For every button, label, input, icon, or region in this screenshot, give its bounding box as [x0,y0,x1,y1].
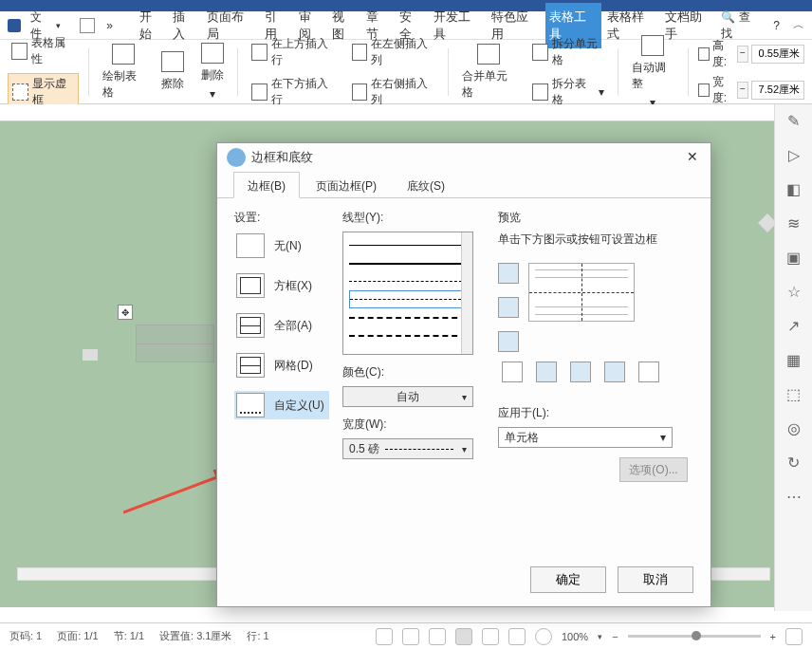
settings-label: 设置: [234,210,329,226]
delete[interactable]: 删除▾ [197,41,228,102]
select-icon[interactable]: ▷ [784,146,803,165]
eraser[interactable]: 擦除 [157,49,188,94]
tab-insert[interactable]: 插入 [169,3,201,48]
zoom-in[interactable]: + [770,631,776,642]
zoom-slider[interactable] [628,635,761,638]
border-middle-v-button[interactable] [570,362,591,382]
border-middle-h-button[interactable] [498,297,519,318]
zoom-value[interactable]: 100% [562,631,588,642]
preview-table[interactable] [528,263,635,322]
search-button[interactable]: 🔍 查找 [721,9,760,42]
preset-grid[interactable]: 网格(D) [234,351,329,380]
color-label: 颜色(C): [342,364,485,380]
apply-to-combo[interactable]: 单元格 [498,427,673,448]
preview-hint: 单击下方图示或按钮可设置边框 [498,232,688,248]
eye-view-icon[interactable] [535,628,552,645]
preview-label: 预览 [498,210,688,226]
table-properties[interactable]: 表格属性 [8,33,79,69]
row-height-input[interactable] [751,45,804,64]
border-right-button[interactable] [604,362,625,382]
fit-icon[interactable] [785,628,803,645]
reading-view-icon[interactable] [402,628,419,645]
line-style-selected[interactable] [349,290,467,308]
line-style-label: 线型(Y): [342,210,485,226]
line-style-list[interactable] [342,232,473,355]
row-height[interactable]: 高度: − [698,38,804,70]
table-move-handle[interactable]: ✥ [118,305,133,320]
close-button[interactable]: ✕ [684,149,701,166]
image-icon[interactable]: ⬚ [784,385,803,404]
preset-custom[interactable]: 自定义(U) [234,391,329,419]
paragraph-options-icon[interactable] [83,349,98,361]
grid-icon[interactable]: ▦ [784,351,803,370]
status-set-value: 设置值: 3.1厘米 [159,629,231,643]
ruler [0,104,812,121]
share-icon[interactable]: ↗ [784,317,803,336]
apply-to-label: 应用于(L): [498,405,688,421]
clipboard-icon[interactable]: ◧ [784,180,803,199]
draw-table[interactable]: 绘制表格 [99,42,149,102]
preset-none[interactable]: 无(N) [234,232,329,260]
status-line: 行: 1 [247,629,268,643]
tab-shading[interactable]: 底纹(S) [393,172,459,197]
help-button[interactable]: ? [773,19,780,32]
color-combo[interactable]: 自动 [342,386,473,407]
insert-row-above[interactable]: 在上方插入行 [248,34,338,70]
col-width[interactable]: 宽度: − [698,74,804,106]
border-bottom-button[interactable] [498,331,519,352]
ribbon: 表格属性 显示虚框 绘制表格 擦除 删除▾ 在上方插入行 在下方插入行 在左侧插… [0,40,812,104]
width-label: 宽度(W): [342,417,485,433]
settings-icon[interactable]: ≋ [784,214,803,233]
target-icon[interactable]: ◎ [784,419,803,438]
dialog-title: 边框和底纹 [251,149,313,166]
status-section: 节: 1/1 [114,629,144,643]
cancel-button[interactable]: 取消 [618,566,693,593]
ok-button[interactable]: 确定 [530,566,606,593]
borders-shading-dialog: 边框和底纹 ✕ 边框(B) 页面边框(P) 底纹(S) 设置: 无(N) 方框(… [216,142,711,607]
border-left-button[interactable] [536,362,557,382]
edit-view-icon[interactable] [429,628,446,645]
style-icon[interactable]: ✎ [784,112,803,131]
auto-adjust[interactable]: 自动调整▾ [628,33,678,111]
collapse-ribbon[interactable]: ︿ [793,17,804,33]
more-icon[interactable]: ⋯ [784,488,803,507]
status-page-no: 页码: 1 [9,629,42,643]
split-cells[interactable]: 拆分单元格 [528,34,608,70]
border-top-button[interactable] [498,263,519,284]
preset-all[interactable]: 全部(A) [234,311,329,340]
style-scrollbar[interactable] [461,232,472,354]
app-icon [8,19,21,32]
dialog-icon [227,148,246,167]
overflow-icon[interactable]: » [106,19,113,32]
options-button[interactable]: 选项(O)... [619,457,688,482]
web-view-icon[interactable] [508,628,526,645]
width-combo[interactable]: 0.5 磅 [342,438,473,459]
history-icon[interactable]: ↻ [784,454,803,473]
border-diag-up-button[interactable] [638,362,659,382]
box-icon[interactable]: ▣ [784,249,803,268]
status-bar: 页码: 1 页面: 1/1 节: 1/1 设置值: 3.1厘米 行: 1 100… [0,622,812,649]
insert-col-left[interactable]: 在左侧插入列 [348,34,438,70]
preset-box[interactable]: 方框(X) [234,271,329,300]
star-icon[interactable]: ☆ [784,283,803,302]
document-table[interactable] [136,324,214,362]
outline-view-icon[interactable] [482,628,499,645]
page-view-icon[interactable] [455,628,472,645]
col-width-input[interactable] [751,81,804,100]
border-diag-down-button[interactable] [502,362,523,382]
zoom-out[interactable]: − [612,631,618,642]
fullscreen-icon[interactable] [376,628,393,645]
tab-border[interactable]: 边框(B) [233,172,300,198]
right-toolbar: ✎ ▷ ◧ ≋ ▣ ☆ ↗ ▦ ⬚ ◎ ↻ ⋯ [774,104,812,611]
tab-page-border[interactable]: 页面边框(P) [302,172,391,197]
save-icon[interactable] [80,18,95,33]
status-page: 页面: 1/1 [57,629,98,643]
merge-cells[interactable]: 合并单元格 [458,42,519,102]
